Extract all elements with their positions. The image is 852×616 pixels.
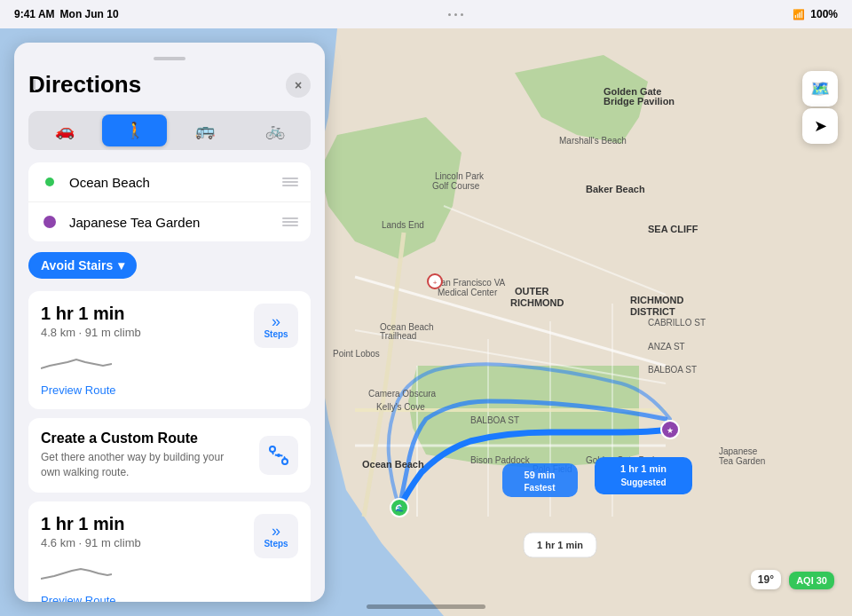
svg-text:BALBOA ST: BALBOA ST <box>648 365 697 375</box>
route-info-2: 1 hr 1 min 4.6 km · 91 m climb » Steps <box>41 514 298 587</box>
svg-text:Fastest: Fastest <box>524 483 556 493</box>
transport-mode-selector: 🚗 🚶 🚌 🚲 <box>28 111 311 150</box>
route-elevation-2 <box>41 557 112 583</box>
origin-dot <box>45 178 54 186</box>
transport-walk-button[interactable]: 🚶 <box>102 115 167 146</box>
steps-button-2[interactable]: » Steps <box>254 514 298 558</box>
svg-text:BALBOA ST: BALBOA ST <box>470 415 519 425</box>
dot3 <box>461 13 463 16</box>
avoid-stairs-label: Avoid Stairs <box>41 258 113 272</box>
svg-text:Camera Obscura: Camera Obscura <box>368 389 437 399</box>
svg-text:DISTRICT: DISTRICT <box>630 306 675 317</box>
svg-text:Tea Garden: Tea Garden <box>719 456 765 466</box>
svg-text:Medical Center: Medical Center <box>438 288 498 297</box>
route-distance-2: 4.6 km · 91 m climb <box>41 536 254 549</box>
preview-route-link-1[interactable]: Preview Route <box>41 383 298 397</box>
temperature-value: 19° <box>758 573 774 586</box>
location-button[interactable]: ➤ <box>802 108 838 144</box>
svg-text:Kelly's Cove: Kelly's Cove <box>376 402 425 412</box>
svg-text:OUTER: OUTER <box>515 286 549 296</box>
origin-drag-handle <box>282 178 298 186</box>
svg-text:Baker Beach: Baker Beach <box>586 184 645 194</box>
svg-text:Trailhead: Trailhead <box>380 331 416 341</box>
svg-text:Lands End: Lands End <box>382 220 424 230</box>
route-info-1: 1 hr 1 min 4.8 km · 91 m climb » Steps <box>41 304 298 376</box>
steps-icon-1: » <box>272 313 280 329</box>
route-distance-1: 4.8 km · 91 m climb <box>41 326 254 339</box>
dot2 <box>454 13 457 16</box>
panel-handle <box>154 57 185 60</box>
route-time-2: 1 hr 1 min <box>41 514 254 534</box>
sidebar-title: Directions <box>28 71 141 99</box>
map-type-button[interactable]: 🗺️ <box>802 71 838 107</box>
svg-text:+: + <box>433 279 438 287</box>
steps-label-2: Steps <box>264 539 288 549</box>
svg-text:RICHMOND: RICHMOND <box>630 295 684 305</box>
destination-drag-handle <box>282 217 298 226</box>
close-button[interactable]: × <box>286 73 311 98</box>
status-date: Mon Jun 10 <box>60 8 119 20</box>
steps-label-1: Steps <box>264 329 288 339</box>
custom-route-svg <box>268 445 289 466</box>
transport-bike-button[interactable]: 🚲 <box>242 115 307 146</box>
temperature-badge: 19° <box>751 570 781 589</box>
svg-text:RICHMOND: RICHMOND <box>510 297 564 308</box>
svg-point-58 <box>282 459 288 464</box>
preview-route-link-2[interactable]: Preview Route <box>41 594 298 602</box>
svg-text:San Francisco VA: San Francisco VA <box>435 278 506 288</box>
custom-route-icon <box>259 436 298 475</box>
transport-car-button[interactable]: 🚗 <box>32 115 97 146</box>
custom-route-description: Get there another way by building your o… <box>41 450 227 480</box>
svg-text:Marshall's Beach: Marshall's Beach <box>559 136 627 146</box>
route-details-1: 1 hr 1 min 4.8 km · 91 m climb <box>41 304 254 376</box>
map-controls: 🗺️ ➤ <box>802 71 838 144</box>
origin-label: Ocean Beach <box>69 175 272 190</box>
destination-icon <box>41 213 59 231</box>
transport-transit-button[interactable]: 🚌 <box>172 115 237 146</box>
aqi-badge: AQI 30 <box>789 572 834 589</box>
svg-text:SEA CLIFF: SEA CLIFF <box>648 224 698 234</box>
steps-button-1[interactable]: » Steps <box>254 304 298 348</box>
steps-icon-2: » <box>272 523 280 539</box>
aqi-value: AQI 30 <box>796 575 827 586</box>
directions-panel: Directions × 🚗 🚶 🚌 🚲 Ocean Beach Japa <box>14 43 325 602</box>
origin-icon <box>41 173 59 191</box>
home-indicator <box>367 604 485 609</box>
route-card-2[interactable]: 1 hr 1 min 4.6 km · 91 m climb » Steps P… <box>28 501 311 602</box>
route-details-2: 1 hr 1 min 4.6 km · 91 m climb <box>41 514 254 587</box>
status-time: 9:41 AM <box>14 8 55 20</box>
svg-point-59 <box>277 454 280 457</box>
route-elevation-1 <box>41 346 112 373</box>
svg-text:Suggested: Suggested <box>620 478 666 487</box>
custom-route-card[interactable]: Create a Custom Route Get there another … <box>28 418 311 493</box>
location-inputs: Ocean Beach Japanese Tea Garden <box>28 162 311 241</box>
route-time-1: 1 hr 1 min <box>41 304 254 324</box>
route-card-1[interactable]: 1 hr 1 min 4.8 km · 91 m climb » Steps P… <box>28 291 311 409</box>
sidebar-header: Directions × <box>28 71 311 99</box>
destination-label: Japanese Tea Garden <box>69 215 272 230</box>
svg-text:1 hr 1 min: 1 hr 1 min <box>620 463 667 474</box>
svg-text:★: ★ <box>667 426 674 435</box>
wifi-icon: 📶 <box>793 9 805 20</box>
destination-pin <box>43 216 56 228</box>
svg-text:Lincoln Park: Lincoln Park <box>435 171 485 181</box>
status-bar-center <box>448 13 463 16</box>
avoid-stairs-button[interactable]: Avoid Stairs ▾ <box>28 252 137 279</box>
svg-text:ANZA ST: ANZA ST <box>648 342 685 351</box>
svg-text:Golf Course: Golf Course <box>432 181 480 191</box>
svg-text:🌊: 🌊 <box>395 503 404 512</box>
svg-point-57 <box>270 446 275 452</box>
custom-route-title: Create a Custom Route <box>41 430 227 446</box>
origin-row[interactable]: Ocean Beach <box>28 162 311 202</box>
destination-row[interactable]: Japanese Tea Garden <box>28 202 311 241</box>
svg-text:Japanese: Japanese <box>719 446 758 456</box>
svg-text:Ocean Beach: Ocean Beach <box>362 459 424 470</box>
svg-text:1 hr 1 min: 1 hr 1 min <box>537 540 583 550</box>
svg-text:CABRILLO ST: CABRILLO ST <box>648 318 706 328</box>
battery-label: 100% <box>810 8 838 20</box>
svg-text:59 min: 59 min <box>525 470 556 480</box>
status-bar-right: 📶 100% <box>793 8 838 20</box>
status-bar-left: 9:41 AM Mon Jun 10 <box>14 8 119 20</box>
svg-text:Bridge Pavilion: Bridge Pavilion <box>604 96 674 107</box>
svg-text:Point Lobos: Point Lobos <box>333 349 380 359</box>
